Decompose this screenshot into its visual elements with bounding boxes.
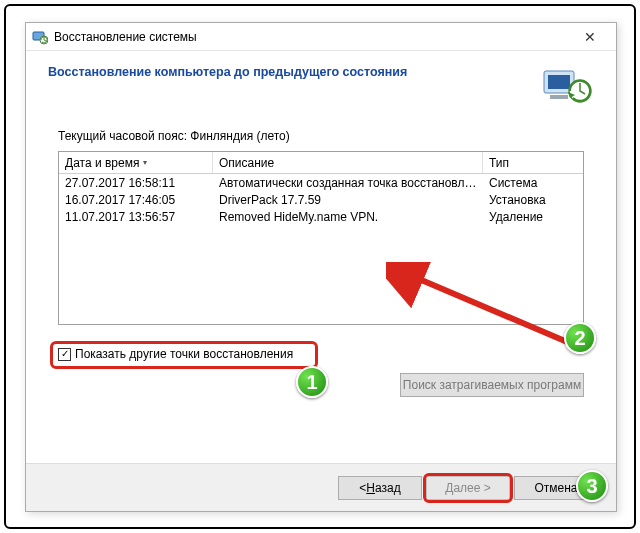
annotation-badge-1: 1: [296, 366, 328, 398]
cell-type: Удаление: [483, 210, 583, 224]
table-header: Дата и время ▾ Описание Тип: [59, 152, 583, 174]
show-more-label[interactable]: Показать другие точки восстановления: [75, 347, 293, 361]
scan-affected-button: Поиск затрагиваемых программ: [400, 373, 584, 397]
col-type-header[interactable]: Тип: [483, 152, 583, 173]
cell-desc: DriverPack 17.7.59: [213, 193, 483, 207]
close-button[interactable]: ✕: [570, 27, 610, 47]
system-restore-icon: [32, 29, 48, 45]
col-date-header[interactable]: Дата и время ▾: [59, 152, 213, 173]
next-button: Далее >: [426, 476, 510, 500]
show-more-checkbox[interactable]: ✓: [58, 348, 71, 361]
cell-date: 27.07.2017 16:58:11: [59, 176, 213, 190]
table-row[interactable]: 11.07.2017 13:56:57 Removed HideMy.name …: [59, 208, 583, 225]
cancel-label: Отмена: [534, 481, 577, 495]
cell-desc: Removed HideMy.name VPN.: [213, 210, 483, 224]
cell-date: 16.07.2017 17:46:05: [59, 193, 213, 207]
show-more-row: ✓ Показать другие точки восстановления: [58, 347, 584, 361]
wizard-footer: < Назад Далее > Отмена: [26, 463, 616, 511]
restore-points-table[interactable]: Дата и время ▾ Описание Тип 27.07.2017 1…: [58, 151, 584, 325]
col-desc-header[interactable]: Описание: [213, 152, 483, 173]
sort-desc-icon: ▾: [143, 158, 147, 167]
annotation-badge-3: 3: [576, 470, 608, 502]
window-title: Восстановление системы: [54, 30, 570, 44]
page-title: Восстановление компьютера до предыдущего…: [48, 65, 534, 79]
col-date-label: Дата и время: [65, 156, 139, 170]
timezone-label: Текущий часовой пояс: Финляндия (лето): [58, 129, 584, 143]
col-desc-label: Описание: [219, 156, 274, 170]
svg-rect-4: [550, 95, 568, 99]
svg-rect-3: [548, 75, 570, 89]
cell-date: 11.07.2017 13:56:57: [59, 210, 213, 224]
scan-affected-label: Поиск затрагиваемых программ: [403, 378, 581, 392]
header: Восстановление компьютера до предыдущего…: [26, 51, 616, 119]
restore-hero-icon: [542, 65, 594, 107]
titlebar: Восстановление системы ✕: [26, 23, 616, 51]
cell-desc: Автоматически созданная точка восстановл…: [213, 176, 483, 190]
table-row[interactable]: 27.07.2017 16:58:11 Автоматически создан…: [59, 174, 583, 191]
table-row[interactable]: 16.07.2017 17:46:05 DriverPack 17.7.59 У…: [59, 191, 583, 208]
col-type-label: Тип: [489, 156, 509, 170]
cell-type: Система: [483, 176, 583, 190]
back-button[interactable]: < Назад: [338, 476, 422, 500]
system-restore-dialog: Восстановление системы ✕ Восстановление …: [25, 22, 617, 512]
cell-type: Установка: [483, 193, 583, 207]
annotation-badge-2: 2: [564, 322, 596, 354]
